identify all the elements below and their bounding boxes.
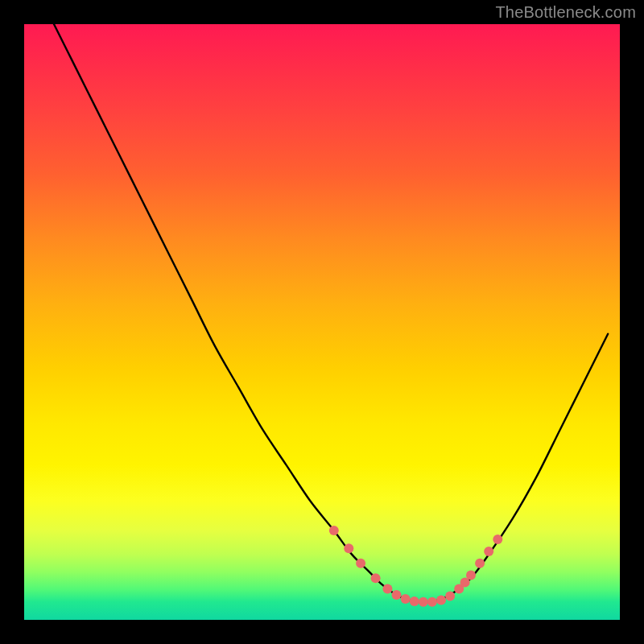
highlight-dot	[401, 594, 411, 604]
highlight-dot	[484, 547, 493, 556]
plot-area	[24, 24, 620, 620]
chart-frame: TheBottleneck.com	[0, 0, 644, 644]
highlight-dots-group	[329, 526, 503, 607]
highlight-dot	[475, 559, 485, 568]
highlight-dot	[371, 573, 381, 583]
highlight-dot	[445, 591, 455, 601]
highlight-dot	[344, 543, 353, 553]
highlight-dot	[466, 571, 476, 580]
highlight-dot	[392, 590, 402, 600]
highlight-dot	[427, 597, 437, 607]
highlight-dot	[493, 535, 502, 544]
watermark-text: TheBottleneck.com	[495, 3, 636, 22]
highlight-dot	[436, 596, 446, 605]
highlight-dot	[410, 597, 419, 606]
highlight-dot	[419, 597, 428, 607]
highlight-dot	[382, 584, 392, 594]
curve-svg	[24, 24, 620, 620]
bottleneck-curve-path	[54, 24, 608, 602]
highlight-dot	[356, 559, 365, 568]
highlight-dot	[329, 526, 339, 535]
